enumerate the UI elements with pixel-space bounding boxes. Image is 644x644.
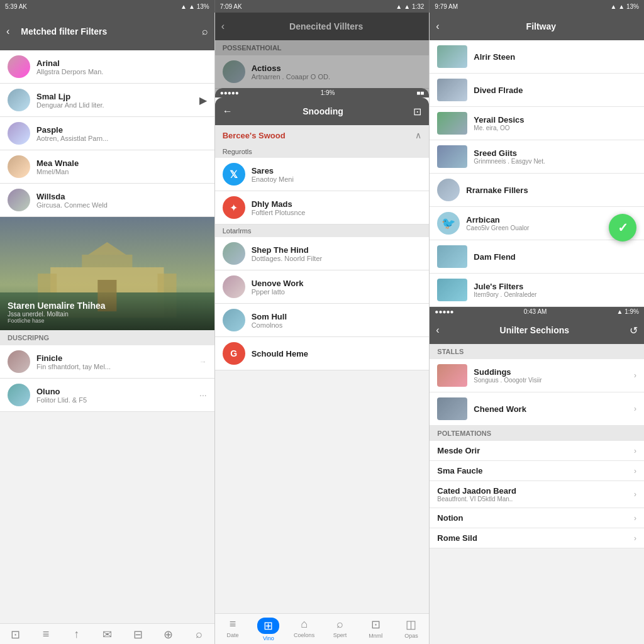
right-item[interactable]: Suddings Songuus . Ooogotr Visiir › <box>430 359 644 392</box>
list-item[interactable]: Pasple Aotren, Assistlat Parn... <box>0 117 214 150</box>
right-item[interactable]: Chened Work › <box>430 392 644 426</box>
list-item[interactable]: Shep The Hind Dottlages. Noorld Filter <box>215 237 430 270</box>
list-item[interactable]: G Schould Heme <box>215 337 430 370</box>
signal-dots-3: ●●●●● <box>435 308 453 315</box>
category-toggle-icon[interactable]: ∧ <box>415 130 421 140</box>
list-item[interactable]: Uenove Work Ppper latto <box>215 270 430 304</box>
right-item-title: Alrir Steen <box>474 52 636 62</box>
right-item-title: Suddings <box>474 367 628 377</box>
list-item[interactable]: Willsda Gircusa. Conmec Weld <box>0 184 214 217</box>
bottom-nav-item[interactable]: ⊕ <box>153 628 184 641</box>
battery-3b: ▲ 1:9% <box>617 308 639 315</box>
item-subtitle: Aotren, Assistlat Parn... <box>36 135 207 142</box>
right-item[interactable]: Notion › <box>430 508 644 528</box>
item-title: Dhly Mads <box>252 199 422 209</box>
item-subtitle: Allgstra Derpors Man. <box>36 68 207 75</box>
bottom-nav-icon: ⊡ <box>11 628 20 641</box>
bottom-nav-icon: ✉ <box>103 628 112 641</box>
bottom-nav-opas[interactable]: ◫ Opas <box>394 618 430 641</box>
right-item[interactable]: Sreed Giits Grinmneeis . Easgyv Net. <box>430 140 644 174</box>
panel3-bottom-scroll[interactable]: Stalls Suddings Songuus . Ooogotr Visiir… <box>430 344 644 644</box>
bottom-nav-item[interactable]: ⊡ <box>0 628 31 641</box>
time-1: 5:39 AK <box>5 3 27 10</box>
modal-title: Snooding <box>233 106 414 116</box>
item-title: Willsda <box>36 192 207 201</box>
panel1-search-icon[interactable]: ⌕ <box>202 26 208 37</box>
chevron-icon: › <box>634 447 636 455</box>
time-3: 9:79 AM <box>435 3 458 10</box>
right-item-text: Alrir Steen <box>474 52 636 62</box>
thumbnail <box>437 112 467 135</box>
bottom-nav-spert[interactable]: ⌕ Spert <box>322 618 358 641</box>
right-item[interactable]: Yerail Desics Me. eira, OO <box>430 107 644 140</box>
item-title: Smal Ljp <box>36 92 193 101</box>
item-text: Schould Heme <box>252 349 422 358</box>
landscape-title: Staren Uemalire Thihea <box>8 301 207 311</box>
right-item-title: Rome Sild <box>437 533 628 543</box>
panel1-scroll[interactable]: Arinal Allgstra Derpors Man. Smal Ljp De… <box>0 50 214 623</box>
right-item-title: Yerail Desics <box>474 115 636 125</box>
fab-panel3[interactable]: ✓ <box>609 214 636 242</box>
list-item[interactable]: Mea Wnale Mmel/Man <box>0 150 214 184</box>
bottom-nav-date[interactable]: ≡ Date <box>215 618 251 641</box>
right-item-text: Sma Faucle <box>437 466 628 475</box>
desc-section-header: Duscripng <box>0 330 214 345</box>
list-item[interactable]: Smal Ljp Denguar And Llid liter. ▶ <box>0 84 214 117</box>
bottom-nav-item[interactable]: ⌕ <box>184 628 214 641</box>
item-subtitle: Dottlages. Noorld Filter <box>252 255 422 262</box>
list-item[interactable]: ✦ Dhly Mads Foftlert Plotusnce <box>215 191 430 225</box>
right-item-text: Rome Sild <box>437 533 628 543</box>
avatar <box>8 122 30 145</box>
sub-section-label: Regurotls <box>215 145 430 158</box>
bottom-nav-item[interactable]: ≡ <box>31 628 62 641</box>
panel1-back-icon[interactable]: ‹ <box>6 26 9 37</box>
right-item-title: Jule's Filters <box>474 282 636 291</box>
avatar <box>8 89 30 111</box>
bottom-nav-coelons[interactable]: ⌂ Coelons <box>286 618 322 641</box>
modal-right-icon[interactable]: ⊡ <box>413 106 421 118</box>
thumbnail <box>437 79 467 101</box>
panel-3: ‹ Filtway Alrir Steen Dived Flrade <box>430 13 644 644</box>
modal-content[interactable]: Bercee's Swood ∧ Regurotls 𝕏 Sares Enaot… <box>215 125 430 613</box>
item-title: Finicle <box>36 353 193 363</box>
right-item[interactable]: Dived Flrade <box>430 74 644 107</box>
thumbnail <box>437 364 467 387</box>
right-item[interactable]: Cated Jaadon Beard Beautfront. VI D5ktld… <box>430 481 644 508</box>
modal-back-icon[interactable]: ← <box>223 106 233 117</box>
right-item[interactable]: Rrarnake Fillers <box>430 174 644 207</box>
item-title: Mea Wnale <box>36 158 207 168</box>
avatar <box>437 179 460 201</box>
list-item[interactable]: Finicle Fin sfhantdort, tay Mel... → <box>0 345 214 379</box>
bottom-nav-mnml[interactable]: ⊡ Mnml <box>358 618 394 641</box>
list-item[interactable]: Som Hull Comolnos <box>215 304 430 337</box>
right-item[interactable]: Dam Flend <box>430 240 644 274</box>
right-item[interactable]: Sma Faucle › <box>430 461 644 481</box>
bottom-nav-item[interactable]: ✉ <box>92 628 123 641</box>
item-title: Schould Heme <box>252 349 422 358</box>
panel3-back-icon[interactable]: ‹ <box>436 21 439 32</box>
item-title: Som Hull <box>252 312 422 321</box>
bottom-nav-vino[interactable]: ⊞ Vino <box>250 618 286 641</box>
bottom-nav-item[interactable]: ↑ <box>61 628 92 641</box>
right-item[interactable]: Rome Sild › <box>430 528 644 548</box>
bottom-nav-item[interactable]: ⊟ <box>123 628 153 641</box>
list-item[interactable]: 𝕏 Sares Enaotoy Meni <box>215 158 430 191</box>
modal-backdrop[interactable] <box>215 13 430 88</box>
chevron-icon: › <box>634 404 636 413</box>
list-item[interactable]: Arinal Allgstra Derpors Man. <box>0 50 214 84</box>
more-icon[interactable]: ··· <box>199 390 207 400</box>
item-title: Pasple <box>36 125 207 135</box>
panel3-refresh-icon[interactable]: ↺ <box>630 325 638 336</box>
panel3-back-icon-2[interactable]: ‹ <box>436 325 439 336</box>
right-item[interactable]: Alrir Steen <box>430 40 644 74</box>
modal-overlay: ●●●●● 1:9% ■■ ← Snooding ⊡ Bercee's Swoo… <box>215 13 430 644</box>
panel3-top-scroll[interactable]: Alrir Steen Dived Flrade Yerail Desics M… <box>430 40 644 307</box>
category-row[interactable]: Bercee's Swood ∧ <box>215 125 430 145</box>
right-item-text: Mesde Orir <box>437 446 628 455</box>
right-item[interactable]: Jule's Filters Itern9ory . Oenlraleder <box>430 274 644 307</box>
list-item[interactable]: Oluno Folitor Llid. & F5 ··· <box>0 379 214 412</box>
right-item[interactable]: Mesde Orir › <box>430 441 644 461</box>
item-subtitle: Comolnos <box>252 321 422 329</box>
item-subtitle: Enaotoy Meni <box>252 175 422 183</box>
right-item-text: Dived Flrade <box>474 86 636 95</box>
